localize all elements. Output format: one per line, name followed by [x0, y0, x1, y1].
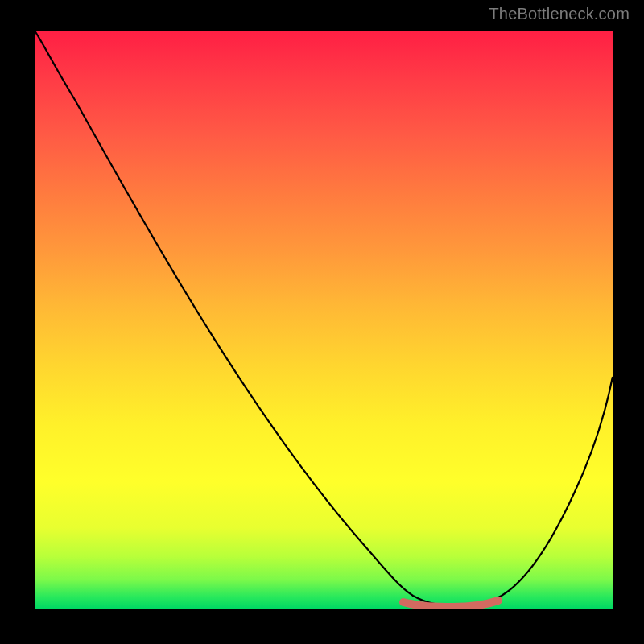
curve-layer	[35, 31, 613, 609]
watermark-text: TheBottleneck.com	[489, 5, 630, 23]
bottleneck-curve	[35, 31, 613, 605]
plot-area	[35, 31, 613, 609]
chart-container: { "watermark": "TheBottleneck.com", "cha…	[0, 0, 644, 644]
flat-region-highlight	[403, 601, 498, 607]
